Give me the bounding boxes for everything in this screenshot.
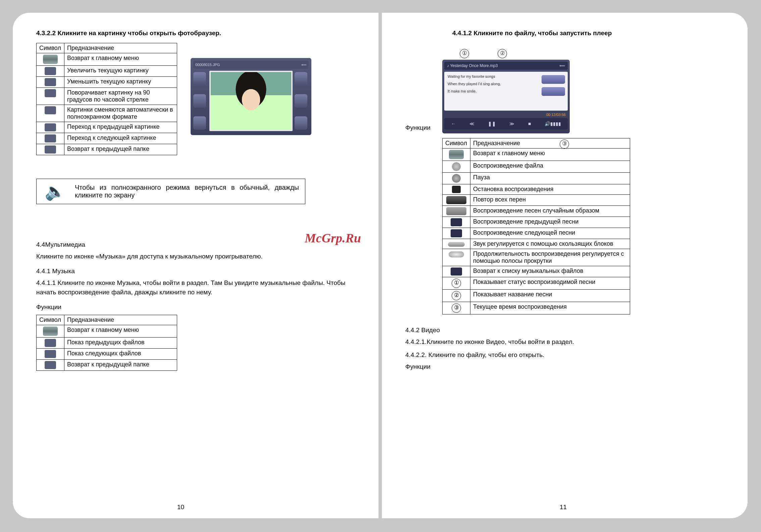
repeat-icon	[446, 196, 466, 204]
next-btn-icon	[295, 116, 307, 130]
functions-label: Функции	[36, 303, 358, 311]
next-files-icon	[45, 350, 56, 358]
prev-track-icon	[451, 218, 462, 226]
row-text: Воспроизведение песен случайным образом	[470, 206, 630, 217]
back-to-list-icon	[451, 268, 462, 276]
lyrics-panel: Waiting for my favorite songs When they …	[444, 72, 568, 111]
music-player-screenshot: ♪ Yesterday Once More.mp3⟸ Waiting for m…	[442, 60, 570, 133]
page-11: 4.4.1.2 Кликните по файлу, чтобы запусти…	[382, 13, 748, 518]
row-text: Повтор всех перен	[470, 195, 630, 206]
rotate-icon	[45, 89, 56, 97]
row-text: Возврат к главному меню	[64, 53, 177, 66]
music-player-symbol-table: СимволПредназначение Возврат к главному …	[442, 138, 630, 314]
callout-1-icon: ①	[452, 279, 461, 288]
play-icon	[452, 162, 461, 171]
callout-3: ③	[560, 139, 569, 149]
slideshow-icon	[45, 106, 56, 114]
home-icon	[43, 55, 58, 64]
prev-files-icon	[45, 339, 56, 347]
fullscreen-note: 🔈 Чтобы из полноэкранного режима вернуть…	[36, 179, 305, 204]
row-text: Уменьшить текущую картинку	[64, 77, 177, 88]
section-4412-title: 4.4.1.2 Кликните по файлу, чтобы запусти…	[452, 29, 727, 37]
section-4422-body: 4.4.2.2. Кликните по файлу, чтобы его от…	[405, 350, 727, 360]
page-10: 4.3.2.2 Кликните на картинку чтобы откры…	[13, 13, 378, 518]
speaker-icon: 🔈	[37, 182, 73, 201]
zoom-out-icon	[45, 78, 56, 86]
row-text: Возврат к главному меню	[470, 149, 630, 161]
music-files-symbol-table: СимволПредназначение Возврат к главному …	[36, 315, 177, 371]
row-text: Звук регулируется с помощью скользящих б…	[470, 239, 630, 249]
volume-icon: 🔊▮▮▮▮	[545, 121, 561, 126]
row-text: Текущее время воспроизведения	[470, 302, 630, 314]
col-symbol: Символ	[37, 315, 64, 325]
track-title: Yesterday Once More.mp3	[450, 63, 498, 68]
row-text: Возврат к предыдущей папке	[64, 144, 177, 155]
photo-filename: 00008015.JPG	[195, 63, 220, 67]
rotate-btn-icon	[193, 94, 206, 108]
play-btn-icon	[193, 116, 206, 130]
row-text: Возврат к главному меню	[64, 325, 177, 337]
document-spread: 4.3.2.2 Кликните на картинку чтобы откры…	[0, 0, 761, 532]
col-purpose: Предназначение	[64, 315, 177, 325]
col-purpose: Предназначение	[64, 43, 177, 53]
prev-image-icon	[45, 123, 56, 131]
volume-slider-icon	[448, 242, 465, 247]
zoom-out-btn-icon	[295, 94, 307, 108]
up-folder-icon	[45, 145, 56, 154]
functions-label: Функции	[405, 363, 727, 370]
row-text: Продолжительность воспроизведения регули…	[470, 249, 630, 266]
section-4322-title: 4.3.2.2 Кликните на картинку чтобы откры…	[36, 29, 358, 37]
row-text: Воспроизведение следующей песни	[470, 228, 630, 239]
playback-time: 00:12/03:56	[444, 113, 568, 118]
watermark: McGrp.Ru	[305, 231, 361, 245]
photo-browser-symbol-table: СимволПредназначение Возврат к главному …	[36, 43, 177, 155]
row-text: Поворачивает картинку на 90 градусов по …	[64, 88, 177, 105]
row-text: Переход к предыдущей картинке	[64, 122, 177, 133]
section-441-title: 4.4.1 Музыка	[36, 268, 358, 275]
row-text: Увеличить текущую картинку	[64, 66, 177, 77]
back-arrow-icon: ⟸	[301, 63, 307, 67]
row-text: Воспроизведение файла	[470, 161, 630, 173]
row-text: Переход к следующей картинке	[64, 133, 177, 144]
back-arrow-icon: ⟸	[559, 63, 565, 68]
next-track-icon	[451, 229, 462, 237]
row-text: Показ предыдущих файлов	[64, 337, 177, 348]
section-44-body: Кликните по иконке «Музыка» для доступа …	[36, 252, 358, 261]
pause-icon: ❚❚	[488, 121, 496, 126]
row-text: Показывает название песни	[470, 290, 630, 302]
zoom-in-icon	[45, 67, 56, 75]
repeat-button-icon	[542, 75, 565, 84]
photo-preview	[209, 71, 293, 131]
row-text: Показ следующих файлов	[64, 348, 177, 359]
note-text: Чтобы из полноэкранного режима вернуться…	[73, 179, 305, 204]
col-purpose: Предназначение	[470, 138, 630, 149]
next-image-icon	[45, 134, 56, 142]
callout-1: ①	[460, 49, 469, 58]
row-text: Остановка воспроизведения	[470, 184, 630, 195]
row-text: Воспроизведение предыдущей песни	[470, 217, 630, 228]
up-folder-icon	[45, 361, 56, 369]
back-icon: ←	[451, 121, 456, 126]
pause-icon	[452, 174, 461, 183]
row-text: Возврат к списку музыкальных файлов	[470, 266, 630, 277]
prev-track-icon: ≪	[469, 121, 474, 126]
progress-bar-icon	[449, 251, 464, 257]
callout-2: ②	[498, 49, 507, 58]
section-4421-body: 4.4.2.1.Кликните по иконке Видео, чтобы …	[405, 337, 727, 347]
zoom-in-btn-icon	[295, 72, 307, 85]
stop-icon	[452, 186, 461, 193]
home-icon	[43, 327, 58, 336]
row-text: Возврат к предыдущей папке	[64, 359, 177, 370]
row-text: Пауза	[470, 173, 630, 184]
shuffle-icon	[446, 207, 466, 215]
photo-browser-screenshot: 00008015.JPG⟸	[191, 58, 311, 135]
col-symbol: Символ	[37, 43, 64, 53]
section-4411-body: 4.4.1.1 Кликните по иконке Музыка, чтобы…	[36, 278, 358, 297]
section-442-title: 4.4.2 Видео	[405, 327, 727, 334]
home-icon	[449, 150, 464, 159]
player-controls: ← ≪ ❚❚ ≫ ■ 🔊▮▮▮▮	[444, 118, 568, 129]
page-number: 11	[560, 504, 567, 511]
row-text: Картинки сменяются автоматически в полно…	[64, 105, 177, 122]
col-symbol: Символ	[443, 138, 470, 149]
callout-2-icon: ②	[452, 291, 461, 300]
